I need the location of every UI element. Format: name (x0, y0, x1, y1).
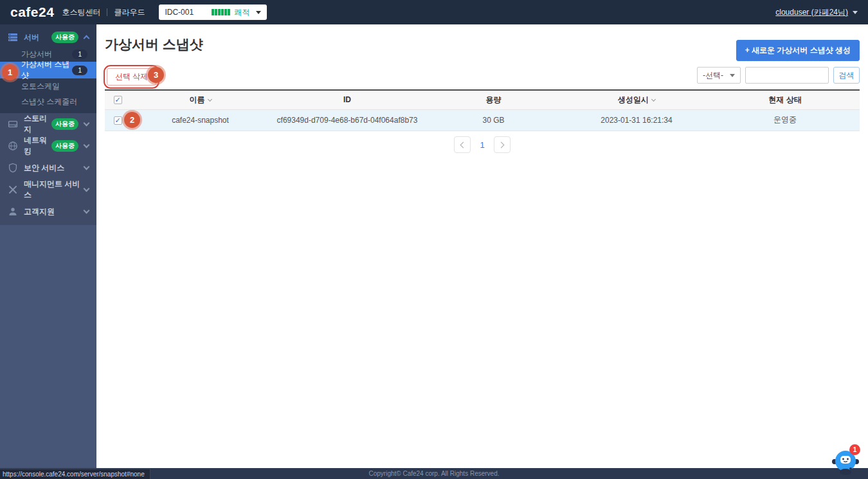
sidebar-item-label: 오토스케일 (21, 81, 60, 92)
sidebar-item-label: 스냅샷 스케줄러 (21, 96, 77, 107)
storage-icon (8, 119, 18, 129)
cell-snapshot-size: 30 GB (424, 109, 563, 131)
sidebar-item-autoscale[interactable]: 오토스케일 (0, 78, 96, 94)
chevron-down-icon (84, 164, 90, 170)
sidebar-group-security[interactable]: 보안 서비스 (0, 157, 96, 179)
sort-caret-icon (207, 97, 212, 102)
chevron-up-icon (84, 35, 90, 42)
sidebar: 서버 사용중 가상서버 1 가상서버 스냅샷 1 오토스케일 스냅샷 스케줄러 (0, 24, 96, 468)
snapshot-table: 이름 ID 용량 생성일시 현재 상태 cafe24-snapshot cf69… (105, 89, 860, 131)
table-row[interactable]: cafe24-snapshot cf69349d-d709-4e68-b67d-… (105, 109, 860, 131)
screen: cafe24 호스팅센터 클라우드 IDC-001 쾌적 clouduser (… (0, 0, 868, 479)
idc-status-label: 쾌적 (234, 7, 249, 18)
globe-icon (8, 141, 18, 151)
create-snapshot-button[interactable]: + 새로운 가상서버 스냅샷 생성 (736, 40, 860, 61)
column-header-size: 용량 (424, 90, 563, 109)
divider (107, 8, 107, 16)
cell-snapshot-name: cafe24-snapshot (131, 109, 270, 131)
sidebar-group-networking[interactable]: 네트워킹 사용중 (0, 135, 96, 157)
status-badge: 사용중 (51, 32, 78, 43)
topbar: cafe24 호스팅센터 클라우드 IDC-001 쾌적 clouduser (… (0, 0, 868, 24)
server-icon (8, 32, 18, 42)
column-header-status: 현재 상태 (710, 90, 860, 109)
column-header-name[interactable]: 이름 (131, 90, 270, 109)
idc-select[interactable]: IDC-001 쾌적 (159, 5, 267, 20)
chevron-down-icon (730, 74, 735, 77)
cloud-label[interactable]: 클라우드 (114, 7, 145, 18)
idc-select-value: IDC-001 (165, 8, 194, 17)
capacity-gauge-icon (212, 9, 231, 15)
chevron-down-icon (84, 142, 90, 149)
sidebar-group-label: 고객지원 (24, 206, 84, 217)
cell-snapshot-created: 2023-01-31 16:21:34 (563, 109, 710, 131)
shield-icon (8, 163, 18, 173)
chevron-down-icon (256, 11, 261, 14)
count-badge: 1 (72, 66, 87, 75)
pagination: 1 (96, 136, 868, 153)
chat-mascot-icon (831, 466, 860, 477)
chevron-down-icon (84, 186, 90, 192)
chevron-right-icon (498, 141, 504, 148)
sidebar-group-management[interactable]: 매니지먼트 서비스 (0, 179, 96, 201)
tools-icon (8, 185, 18, 195)
sort-caret-icon (651, 97, 656, 102)
sidebar-group-label: 매니지먼트 서비스 (24, 179, 84, 201)
user-menu[interactable]: clouduser (카페24님) (775, 7, 858, 18)
sidebar-group-label: 서버 (24, 32, 51, 43)
next-page-button[interactable] (494, 136, 511, 153)
sidebar-group-label: 스토리지 (24, 113, 51, 135)
sidebar-item-snapshot-scheduler[interactable]: 스냅샷 스케줄러 (0, 94, 96, 109)
sidebar-group-support[interactable]: 고객지원 (0, 201, 96, 222)
sidebar-group-label: 보안 서비스 (24, 163, 84, 174)
main-content: 가상서버 스냅샷 + 새로운 가상서버 스냅샷 생성 선택 삭제 -선택- 검색 (96, 24, 868, 468)
status-badge: 사용중 (51, 140, 78, 152)
column-header-id: ID (270, 90, 424, 109)
chevron-down-icon (84, 208, 90, 214)
search-input[interactable] (745, 67, 829, 84)
search-button[interactable]: 검색 (833, 67, 860, 84)
chevron-down-icon (853, 11, 858, 14)
column-header-created[interactable]: 생성일시 (563, 90, 710, 109)
filter-select[interactable]: -선택- (697, 67, 741, 84)
filter-select-value: -선택- (703, 70, 723, 81)
filter-bar: -선택- 검색 (697, 67, 860, 84)
sidebar-item-label: 가상서버 (21, 49, 52, 60)
cafe24-logo[interactable]: cafe24 (10, 5, 54, 20)
chevron-down-icon (84, 120, 90, 127)
row-checkbox[interactable] (114, 116, 122, 125)
sidebar-group-label: 네트워킹 (24, 135, 51, 157)
copyright-text: Copyright© Cafe24 corp. All Rights Reser… (368, 470, 499, 477)
sidebar-group-storage[interactable]: 스토리지 사용중 (0, 113, 96, 135)
hosting-center-label[interactable]: 호스팅센터 (62, 7, 100, 18)
count-badge: 1 (72, 50, 87, 59)
sidebar-group-server[interactable]: 서버 사용중 (0, 28, 96, 46)
chat-support-button[interactable]: 1 (831, 444, 860, 475)
user-menu-label: clouduser (카페24님) (775, 7, 848, 18)
page-number[interactable]: 1 (480, 140, 484, 150)
cell-snapshot-id: cf69349d-d709-4e68-b67d-04f064af8b73 (270, 109, 424, 131)
page-title: 가상서버 스냅샷 (105, 35, 203, 53)
prev-page-button[interactable] (454, 136, 471, 153)
select-all-checkbox[interactable] (114, 96, 122, 104)
browser-status-bar: https://console.cafe24.com/server/snapsh… (0, 469, 150, 479)
chat-notification-badge: 1 (849, 444, 860, 455)
annotation-step-1: 1 (2, 64, 18, 80)
chevron-left-icon (460, 141, 467, 148)
cell-snapshot-status: 운영중 (710, 109, 860, 131)
annotation-step-3: 3 (148, 67, 164, 83)
annotation-step-2: 2 (124, 112, 140, 128)
person-icon (8, 206, 18, 217)
status-badge: 사용중 (51, 118, 78, 130)
sidebar-item-label: 가상서버 스냅샷 (21, 59, 72, 81)
table-header-row: 이름 ID 용량 생성일시 현재 상태 (105, 90, 860, 109)
